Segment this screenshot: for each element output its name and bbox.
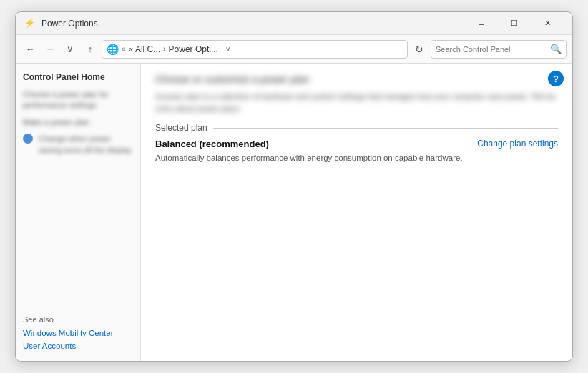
see-also-section: See also Windows Mobility Center User Ac… xyxy=(23,308,133,352)
sidebar-blurred-link-1[interactable]: Choose a power plan for performance sett… xyxy=(23,89,133,111)
selected-plan-header: Selected plan xyxy=(155,123,558,133)
plan-name: Balanced (recommended) xyxy=(155,139,269,149)
path-part1: « All C... xyxy=(129,44,161,54)
address-path[interactable]: 🌐 « « All C... › Power Opti... ∨ xyxy=(102,40,408,59)
refresh-button[interactable]: ↻ xyxy=(411,41,428,58)
change-plan-link[interactable]: Change plan settings xyxy=(477,139,558,149)
plan-description: Automatically balances performance with … xyxy=(155,152,558,164)
plan-row: Balanced (recommended) Change plan setti… xyxy=(155,139,558,149)
main-window: ⚡ Power Options – ☐ ✕ ← → ∨ ↑ 🌐 « « All … xyxy=(15,11,573,362)
path-chevron: « xyxy=(122,45,126,53)
content-area: Control Panel Home Choose a power plan f… xyxy=(16,64,572,361)
selected-plan-divider xyxy=(213,128,558,129)
back-button[interactable]: ← xyxy=(21,41,39,58)
sidebar-home-link[interactable]: Control Panel Home xyxy=(23,72,133,82)
path-icon: 🌐 xyxy=(107,44,119,55)
up-button[interactable]: ↑ xyxy=(82,41,99,58)
window-title: Power Options xyxy=(41,19,465,29)
close-button[interactable]: ✕ xyxy=(531,12,564,35)
main-content: ? Choose or customize a power plan A pow… xyxy=(141,64,572,361)
sidebar-link-user-accounts[interactable]: User Accounts xyxy=(23,339,133,352)
sidebar-link-mobility[interactable]: Windows Mobility Center xyxy=(23,327,133,339)
window-controls: – ☐ ✕ xyxy=(465,12,564,35)
main-blurred-heading: Choose or customize a power plan xyxy=(155,74,558,85)
sidebar: Control Panel Home Choose a power plan f… xyxy=(16,64,141,361)
selected-plan-label: Selected plan xyxy=(155,123,207,133)
window-icon: ⚡ xyxy=(24,18,36,29)
dropdown-button[interactable]: ∨ xyxy=(62,41,79,58)
sidebar-icon xyxy=(23,134,33,144)
address-bar: ← → ∨ ↑ 🌐 « « All C... › Power Opti... ∨… xyxy=(16,35,572,64)
minimize-button[interactable]: – xyxy=(465,12,498,35)
title-bar: ⚡ Power Options – ☐ ✕ xyxy=(16,12,572,35)
search-icon[interactable]: 🔍 xyxy=(550,44,562,54)
sidebar-blurred-link-2[interactable]: Make a power plan xyxy=(23,117,133,128)
forward-button[interactable]: → xyxy=(41,41,59,58)
search-box: 🔍 xyxy=(431,40,567,59)
path-arrow: › xyxy=(163,45,165,53)
maximize-button[interactable]: ☐ xyxy=(498,12,531,35)
search-input[interactable] xyxy=(436,45,547,54)
selected-plan-section: Selected plan Balanced (recommended) Cha… xyxy=(155,123,558,164)
see-also-label: See also xyxy=(23,315,133,324)
path-dropdown-button[interactable]: ∨ xyxy=(221,40,235,59)
sidebar-blurred-link-3[interactable]: Change when power saving turns off the d… xyxy=(39,134,133,156)
main-blurred-text: A power plan is a collection of hardware… xyxy=(155,91,558,114)
path-part2: Power Opti... xyxy=(169,44,218,54)
